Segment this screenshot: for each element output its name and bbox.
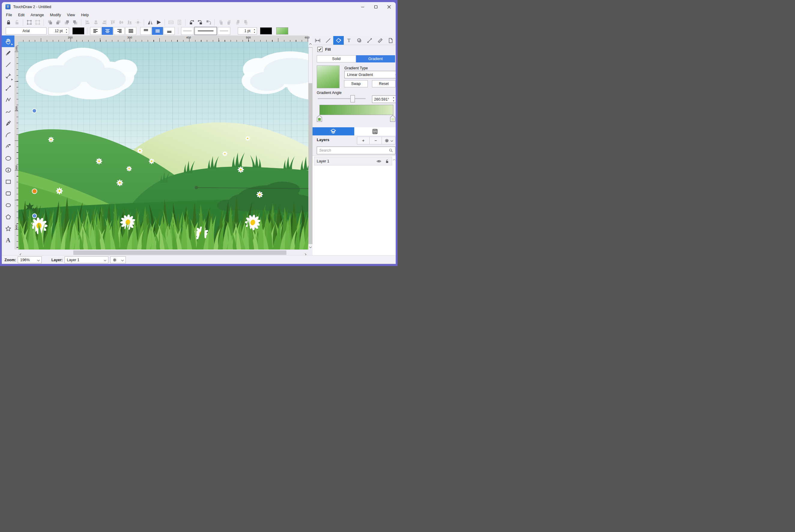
tab-layers[interactable] <box>313 127 354 135</box>
tool-rectangle[interactable] <box>2 176 14 188</box>
tab-fill[interactable] <box>333 36 344 45</box>
nudge-b-button[interactable] <box>225 19 233 26</box>
tool-pencil[interactable] <box>2 47 14 59</box>
line-style-button[interactable] <box>194 27 217 35</box>
make-same-height-button[interactable] <box>175 19 183 26</box>
layer-settings-button[interactable] <box>382 137 395 144</box>
menu-edit[interactable]: Edit <box>15 13 27 17</box>
tab-shape-library[interactable] <box>354 127 396 135</box>
stroke-width-stepper[interactable]: 1 pt ▲▼ <box>238 27 257 35</box>
gradient-stop-end[interactable] <box>390 115 396 122</box>
zoom-select[interactable]: 196% <box>18 256 42 263</box>
align-right-button[interactable] <box>100 19 108 26</box>
fill-color-swatch[interactable] <box>276 27 288 35</box>
menu-file[interactable]: File <box>2 13 15 17</box>
tab-stroke[interactable] <box>323 36 334 45</box>
layer-row[interactable]: Layer 1 <box>314 157 392 166</box>
tool-pan[interactable] <box>2 35 14 47</box>
align-canvas-center-button[interactable] <box>134 19 142 26</box>
text-align-right-button[interactable] <box>113 27 125 35</box>
unlock-icon[interactable] <box>384 159 390 164</box>
text-valign-middle-button[interactable] <box>152 27 163 35</box>
tool-dimension[interactable] <box>2 71 14 82</box>
tab-metrics[interactable] <box>313 36 323 45</box>
send-to-back-button[interactable] <box>71 19 79 26</box>
unlock-button[interactable] <box>13 19 21 26</box>
visibility-eye-icon[interactable] <box>376 158 382 164</box>
align-left-button[interactable] <box>83 19 91 26</box>
tab-page[interactable] <box>385 36 396 45</box>
rotate-shape-button[interactable] <box>205 19 212 26</box>
stroke-color-swatch[interactable] <box>260 27 272 35</box>
gradient-angle-slider-thumb[interactable] <box>351 95 355 102</box>
layer-options-button[interactable] <box>110 256 126 263</box>
tool-connector[interactable] <box>2 82 14 94</box>
align-bottom-button[interactable] <box>126 19 133 26</box>
reset-button[interactable]: Reset <box>372 80 396 87</box>
gradient-angle-spin-arrows[interactable]: ▲▼ <box>392 96 395 103</box>
line-start-style-button[interactable] <box>181 27 194 35</box>
flip-vertical-button[interactable] <box>155 19 163 26</box>
add-layer-button[interactable]: + <box>357 137 370 144</box>
solid-button[interactable]: Solid <box>317 55 356 62</box>
maximize-button[interactable] <box>369 2 382 12</box>
tool-line[interactable] <box>2 59 14 71</box>
menu-arrange[interactable]: Arrange <box>27 13 47 17</box>
swap-button[interactable]: Swap <box>344 80 368 87</box>
align-middle-v-button[interactable] <box>117 19 125 26</box>
tab-text[interactable]: T <box>344 36 354 45</box>
send-backward-button[interactable] <box>63 19 71 26</box>
nudge-c-button[interactable] <box>233 19 241 26</box>
text-color-swatch[interactable] <box>72 27 84 35</box>
tool-rounded-rectangle[interactable] <box>2 188 14 200</box>
font-family-select[interactable]: Arial <box>6 27 46 35</box>
align-center-h-button[interactable] <box>92 19 100 26</box>
text-valign-bottom-button[interactable] <box>164 27 175 35</box>
tab-shape[interactable] <box>354 36 365 45</box>
layer-select[interactable]: Layer 1 <box>64 256 108 263</box>
gradient-type-select[interactable]: Linear Gradient <box>344 71 396 78</box>
gradient-angle-slider[interactable] <box>318 98 366 99</box>
bring-to-front-button[interactable] <box>46 19 54 26</box>
text-align-center-button[interactable] <box>102 27 113 35</box>
tool-curve[interactable] <box>2 106 14 117</box>
tool-ellipse-center[interactable] <box>2 164 14 176</box>
insert-frame-alt-button[interactable] <box>34 19 41 26</box>
gradient-button[interactable]: Gradient <box>356 55 395 62</box>
gradient-preview[interactable] <box>317 65 340 88</box>
handle-blue-1[interactable] <box>33 109 37 113</box>
bring-forward-button[interactable] <box>54 19 62 26</box>
font-size-spin-arrows[interactable]: ▲▼ <box>65 28 68 34</box>
fill-checkbox[interactable] <box>317 47 322 52</box>
rotate-left-button[interactable] <box>188 19 195 26</box>
remove-layer-button[interactable]: − <box>370 137 382 144</box>
insert-frame-button[interactable] <box>25 19 33 26</box>
tool-text[interactable]: A <box>2 234 14 246</box>
line-end-style-button[interactable] <box>217 27 230 35</box>
scroll-up-button[interactable] <box>308 42 313 47</box>
tool-ellipse[interactable] <box>2 153 14 164</box>
tool-star[interactable] <box>2 223 14 234</box>
handle-blue-2[interactable] <box>33 214 37 218</box>
close-button[interactable] <box>382 2 396 12</box>
text-align-justify-button[interactable] <box>125 27 136 35</box>
flip-horizontal-button[interactable] <box>146 19 154 26</box>
scroll-down-button[interactable] <box>308 244 313 249</box>
layer-search-input[interactable] <box>317 148 389 153</box>
tab-connection[interactable] <box>364 36 375 45</box>
font-size-stepper[interactable]: 12 pt ▲▼ <box>48 27 69 35</box>
menu-view[interactable]: View <box>64 13 78 17</box>
minimize-button[interactable] <box>356 2 369 12</box>
lock-button[interactable] <box>4 19 12 26</box>
align-top-button[interactable] <box>109 19 116 26</box>
stroke-width-spin-arrows[interactable]: ▲▼ <box>253 28 256 34</box>
drawing-canvas[interactable] <box>18 42 308 249</box>
horizontal-scrollbar[interactable] <box>18 249 308 255</box>
vertical-scrollbar-thumb[interactable] <box>309 48 312 83</box>
tool-stadium[interactable] <box>2 200 14 211</box>
make-same-width-button[interactable] <box>167 19 175 26</box>
tool-arc[interactable] <box>2 129 14 141</box>
nudge-d-button[interactable] <box>242 19 250 26</box>
vertical-scrollbar[interactable] <box>308 42 313 249</box>
horizontal-scrollbar-thumb[interactable] <box>73 250 286 255</box>
